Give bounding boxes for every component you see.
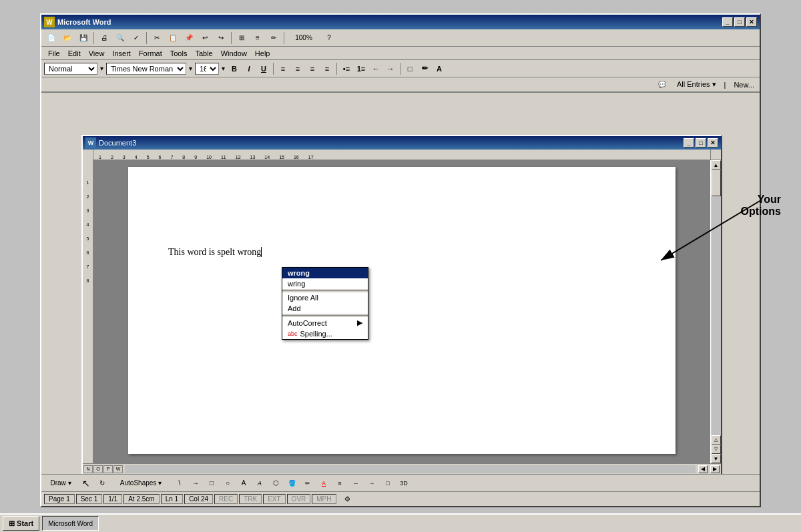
wordart-tool[interactable]: A — [252, 477, 267, 490]
shadow-button[interactable]: □ — [380, 477, 395, 490]
window-title: Microsoft Word — [57, 18, 722, 26]
start-label: ⊞ Start — [9, 519, 33, 528]
line-tool[interactable]: \ — [172, 477, 187, 490]
underline-button[interactable]: U — [257, 63, 270, 75]
font-color-button[interactable]: A — [433, 63, 446, 75]
list-bullet-button[interactable]: •≡ — [340, 63, 353, 75]
size-select[interactable]: 16 — [195, 63, 219, 75]
normal-view-btn[interactable]: N — [83, 465, 93, 473]
menu-insert[interactable]: Insert — [108, 48, 135, 59]
close-button[interactable]: ✕ — [746, 17, 757, 27]
justify-button[interactable]: ≡ — [320, 63, 334, 75]
macro-button[interactable]: ⚙ — [340, 493, 355, 506]
textbox-tool[interactable]: A — [236, 477, 251, 490]
page-white[interactable]: This word is spelt wrong wrong wring Ign… — [128, 167, 676, 454]
dash-style-button[interactable]: -- — [348, 477, 363, 490]
fill-color-button[interactable]: 🪣 — [284, 477, 299, 490]
paste-button[interactable]: 📌 — [182, 31, 196, 45]
line-color-button[interactable]: ✏ — [300, 477, 315, 490]
arrow-tool[interactable]: → — [188, 477, 203, 490]
ctx-item-wring[interactable]: wring — [282, 278, 368, 289]
menu-window[interactable]: Window — [217, 48, 251, 59]
align-right-button[interactable]: ≡ — [306, 63, 319, 75]
help-button[interactable]: ? — [322, 31, 336, 45]
maximize-button[interactable]: □ — [734, 17, 745, 27]
menu-format[interactable]: Format — [135, 48, 166, 59]
menu-file[interactable]: File — [44, 48, 64, 59]
save-button[interactable]: 💾 — [76, 31, 91, 45]
menu-table[interactable]: Table — [191, 48, 216, 59]
drawing-button[interactable]: ✏ — [266, 31, 281, 45]
scroll-page-up[interactable]: △ — [712, 435, 721, 445]
scroll-right-button[interactable]: ▶ — [710, 465, 720, 473]
ctx-item-wrong[interactable]: wrong — [282, 268, 368, 278]
copy-button[interactable]: 📋 — [166, 31, 180, 45]
redo-button[interactable]: ↪ — [214, 31, 228, 45]
start-button[interactable]: ⊞ Start — [3, 516, 39, 531]
open-button[interactable]: 📂 — [60, 31, 75, 45]
allentries-label[interactable]: All Entries ▾ — [677, 80, 716, 89]
oval-tool[interactable]: ○ — [220, 477, 235, 490]
outline-view-btn[interactable]: O — [93, 465, 103, 473]
insert-diagram-button[interactable]: ⬡ — [268, 477, 283, 490]
scroll-page-down[interactable]: ▽ — [712, 445, 721, 454]
ctx-item-autocorrect[interactable]: AutoCorrect ▶ — [282, 317, 368, 328]
undo-button[interactable]: ↩ — [198, 31, 212, 45]
taskbar-word-button[interactable]: Microsoft Word — [42, 516, 99, 531]
columns-button[interactable]: ≡ — [250, 31, 265, 45]
page-view-btn[interactable]: P — [103, 465, 113, 473]
left-ruler-mark-8: 8 — [87, 278, 89, 283]
menu-edit[interactable]: Edit — [64, 48, 85, 59]
arrow-style-button[interactable]: → — [364, 477, 379, 490]
italic-button[interactable]: I — [242, 63, 256, 75]
select-button[interactable]: ↖ — [79, 477, 93, 490]
font-color-draw-button[interactable]: A — [316, 477, 331, 490]
scroll-thumb[interactable] — [712, 170, 721, 196]
align-left-button[interactable]: ≡ — [276, 63, 290, 75]
line-style-button[interactable]: ≡ — [332, 477, 347, 490]
scroll-left-button[interactable]: ◀ — [698, 465, 708, 473]
indent-more-button[interactable]: → — [384, 63, 397, 75]
new-label[interactable]: New... — [734, 81, 754, 89]
menu-help[interactable]: Help — [251, 48, 274, 59]
align-center-button[interactable]: ≡ — [291, 63, 304, 75]
new-doc-button[interactable]: 📄 — [44, 31, 59, 45]
web-view-btn[interactable]: W — [113, 465, 123, 473]
menu-view[interactable]: View — [85, 48, 109, 59]
doc-close-btn[interactable]: ✕ — [708, 138, 718, 148]
rotate-button[interactable]: ↻ — [95, 477, 109, 490]
mph-status: MPH — [312, 494, 336, 504]
cut-button[interactable]: ✂ — [150, 31, 164, 45]
style-select[interactable]: Normal — [44, 63, 97, 75]
rect-tool[interactable]: □ — [204, 477, 219, 490]
ctx-item-add[interactable]: Add — [282, 303, 368, 314]
3d-button[interactable]: 3D — [396, 477, 411, 490]
horiz-scroll-track[interactable] — [125, 465, 696, 473]
draw-toolbar: Draw ▾ ↖ ↻ AutoShapes ▾ \ → □ ○ A A ⬡ 🪣 … — [41, 474, 760, 491]
scroll-track[interactable] — [712, 170, 721, 435]
doc-maximize-btn[interactable]: □ — [696, 138, 706, 148]
list-number-button[interactable]: 1≡ — [354, 63, 368, 75]
draw-menu-button[interactable]: Draw ▾ — [44, 477, 77, 490]
font-select[interactable]: Times New Roman — [106, 63, 186, 75]
ctx-item-ignore-all[interactable]: Ignore All — [282, 292, 368, 303]
menu-tools[interactable]: Tools — [166, 48, 192, 59]
ctx-item-spelling[interactable]: abc Spelling... — [282, 328, 368, 339]
doc-minimize-btn[interactable]: _ — [684, 138, 694, 148]
print-button[interactable]: 🖨 — [97, 31, 111, 45]
scroll-up-button[interactable]: ▲ — [712, 160, 721, 170]
border-button[interactable]: □ — [403, 63, 417, 75]
sep-fmt — [273, 63, 274, 75]
left-ruler-mark-7: 7 — [87, 264, 89, 269]
bold-button[interactable]: B — [228, 63, 241, 75]
indent-less-button[interactable]: ← — [369, 63, 382, 75]
minimize-button[interactable]: _ — [722, 17, 733, 27]
zoom-select[interactable]: 100% — [287, 31, 320, 45]
scroll-down-button[interactable]: ▼ — [712, 454, 721, 463]
spellcheck-button[interactable]: ✓ — [129, 31, 144, 45]
highlight-button[interactable]: ✏ — [418, 63, 431, 75]
preview-button[interactable]: 🔍 — [113, 31, 127, 45]
table-button[interactable]: ⊞ — [234, 31, 249, 45]
autoshapes-button[interactable]: AutoShapes ▾ — [111, 477, 171, 490]
comment-icon[interactable]: 💬 — [653, 78, 672, 91]
